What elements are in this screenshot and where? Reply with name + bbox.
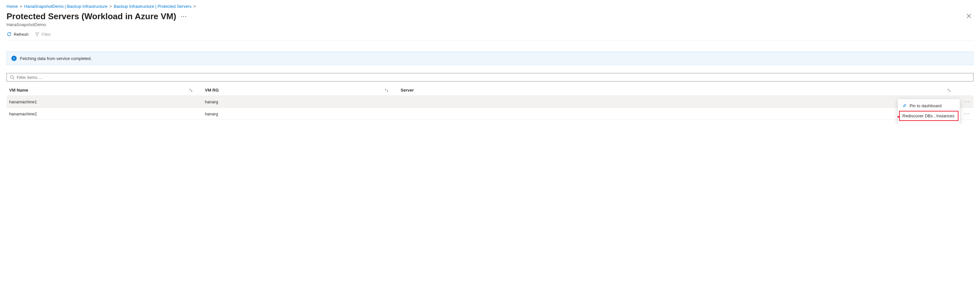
- column-header-vm-rg[interactable]: VM RG: [202, 85, 398, 96]
- svg-point-2: [10, 76, 13, 79]
- close-button[interactable]: [964, 11, 974, 22]
- column-label: VM RG: [205, 88, 219, 92]
- search-icon: [10, 75, 15, 80]
- menu-item-label: Pin to dashboard: [910, 103, 942, 108]
- page-title: Protected Servers (Workload in Azure VM)…: [6, 11, 187, 22]
- close-icon: [966, 13, 972, 20]
- highlight-dot-icon: [897, 116, 899, 118]
- ellipsis-icon: ···: [964, 99, 970, 104]
- cell-server: hanamachine2: [398, 108, 961, 120]
- page-title-text: Protected Servers (Workload in Azure VM): [6, 11, 176, 22]
- filter-button[interactable]: Filter: [35, 32, 51, 37]
- menu-item-label: Rediscover DBs , Instances: [902, 113, 955, 118]
- table-row[interactable]: hanamachine1 hanarg hanamachine1 ···: [6, 96, 974, 108]
- page-subtitle: HanaSnapshotDemo: [6, 22, 187, 27]
- row-more-button[interactable]: ···: [961, 96, 974, 108]
- cell-vm-rg: hanarg: [202, 96, 398, 108]
- filter-label: Filter: [42, 32, 51, 37]
- menu-item-pin-to-dashboard[interactable]: Pin to dashboard: [898, 100, 960, 111]
- refresh-icon: [6, 32, 12, 37]
- menu-item-unregister[interactable]: Unregister: [898, 121, 960, 124]
- cell-vm-rg: hanarg: [202, 108, 398, 120]
- info-banner-text: Fetching data from service completed.: [20, 56, 92, 61]
- cell-vm-name: hanamachine2: [6, 108, 202, 120]
- breadcrumb-sep: >: [20, 4, 22, 9]
- refresh-button[interactable]: Refresh: [6, 32, 29, 37]
- column-label: VM Name: [9, 88, 29, 92]
- column-header-actions: [961, 85, 974, 96]
- info-icon: i: [11, 56, 17, 61]
- pin-icon: [902, 103, 907, 108]
- filter-items-box[interactable]: [6, 73, 974, 81]
- toolbar: Refresh Filter: [6, 32, 974, 40]
- column-header-vm-name[interactable]: VM Name: [6, 85, 202, 96]
- sort-icon: [189, 88, 193, 92]
- breadcrumb-link-home[interactable]: Home: [6, 4, 18, 9]
- filter-icon: [35, 32, 40, 37]
- refresh-label: Refresh: [14, 32, 29, 37]
- sort-icon: [947, 88, 951, 92]
- table-row[interactable]: hanamachine2 hanarg hanamachine2 ···: [6, 108, 974, 120]
- breadcrumb-link-protected-servers[interactable]: Backup Infrastructure | Protected Server…: [114, 4, 191, 9]
- breadcrumb-sep: >: [109, 4, 112, 9]
- menu-item-label: Unregister: [902, 124, 921, 124]
- sort-icon: [384, 88, 389, 92]
- svg-line-3: [13, 78, 14, 79]
- cell-server: hanamachine1: [398, 96, 961, 108]
- column-header-server[interactable]: Server: [398, 85, 961, 96]
- row-context-menu: Pin to dashboard Rediscover DBs , Instan…: [898, 99, 960, 124]
- menu-item-rediscover-dbs[interactable]: Rediscover DBs , Instances: [899, 111, 958, 121]
- breadcrumb-sep: >: [194, 4, 196, 9]
- ellipsis-icon: ···: [964, 111, 970, 116]
- column-label: Server: [401, 88, 414, 92]
- breadcrumb-link-resource[interactable]: HanaSnapshotDemo | Backup Infrastructure: [24, 4, 107, 9]
- info-banner: i Fetching data from service completed.: [6, 51, 974, 65]
- row-more-button[interactable]: ···: [961, 108, 974, 120]
- cell-vm-name: hanamachine1: [6, 96, 202, 108]
- breadcrumb: Home > HanaSnapshotDemo | Backup Infrast…: [6, 4, 974, 9]
- title-more-icon[interactable]: ···: [181, 14, 187, 19]
- filter-items-input[interactable]: [17, 75, 970, 80]
- protected-servers-table: VM Name VM RG: [6, 85, 974, 120]
